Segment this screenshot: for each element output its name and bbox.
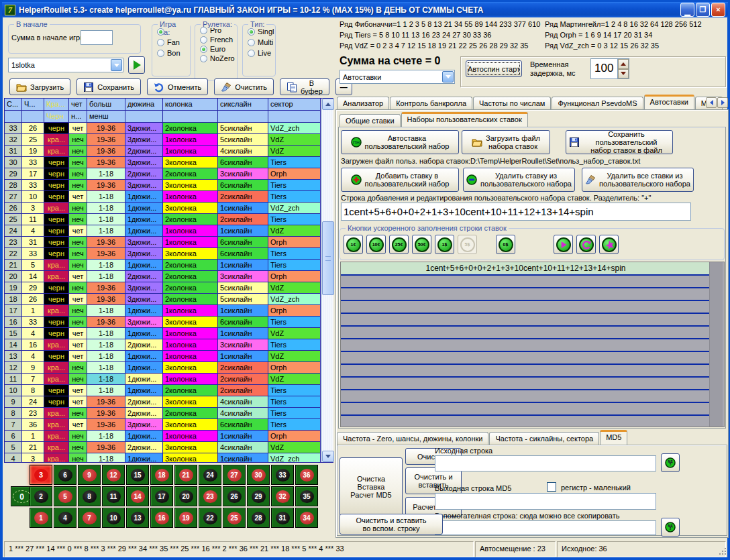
start-sum-input[interactable] — [81, 30, 113, 45]
table-row[interactable]: 215кра...неч1-181дюжи...2колонка1сиклайн… — [5, 260, 333, 271]
table-row[interactable]: 134чернчет1-181дюжи...1колонка1сиклайнVd… — [5, 351, 333, 362]
board-cell-23[interactable]: 23 — [199, 486, 221, 506]
table-row[interactable]: 2511черннеч1-181дюжи...2колонка2сиклайнT… — [5, 214, 333, 225]
chip-button-1$[interactable]: 1$ — [435, 235, 454, 254]
radio-option-Fan[interactable]: Fan — [157, 38, 190, 46]
table-row[interactable]: 43кра...неч1-181дюжи...3колонка1сиклайнV… — [5, 453, 333, 463]
bet-set-empty-row[interactable] — [341, 390, 711, 403]
spinner-up-button[interactable] — [618, 59, 629, 69]
radio-option-French[interactable]: French — [200, 36, 237, 44]
freq-tab-Частота - сиклайны, сектора[interactable]: Частота - сиклайны, сектора — [489, 432, 599, 445]
chip-button-1¢[interactable]: 1¢ — [344, 235, 363, 254]
table-row[interactable]: 263кра...неч1-181дюжи...3колонка1сиклайн… — [5, 203, 333, 214]
radio-option-Live[interactable]: Live — [248, 49, 275, 57]
bet-set-empty-row[interactable] — [341, 276, 711, 288]
board-cell-18[interactable]: 18 — [150, 465, 173, 485]
table-row[interactable]: 117кра...неч1-181дюжи...1колонка2сиклайн… — [5, 374, 333, 385]
table-row[interactable]: 3326чернчет19-363дюжи...2колонка5сиклайн… — [5, 123, 333, 134]
autobets-combobox[interactable]: Автоставки — [340, 70, 455, 84]
spinner-down-button[interactable] — [618, 69, 629, 79]
bet-set-empty-row[interactable] — [341, 378, 711, 390]
maximize-button[interactable]: ❒ — [696, 3, 710, 17]
radio-option-NoZero[interactable]: NoZero — [200, 54, 237, 62]
freq-tab-MD5[interactable]: MD5 — [600, 430, 627, 445]
table-row[interactable]: 171кра...неч1-181дюжи...1колонка1сиклайн… — [5, 305, 333, 317]
chip-button-25¢[interactable]: 25¢ — [389, 235, 409, 254]
board-cell-14[interactable]: 14 — [126, 486, 149, 506]
button-Загрузить файл[interactable]: Загрузить файл набора ставок — [462, 130, 550, 154]
md5-run-button-1[interactable]: МД5 — [661, 453, 680, 472]
board-cell-36[interactable]: 36 — [295, 465, 318, 485]
md5-run-button-2[interactable]: МД5 — [661, 518, 680, 537]
board-cell-25[interactable]: 25 — [223, 508, 246, 528]
radio-option-Euro[interactable]: Euro — [200, 45, 237, 53]
bet-set-empty-row[interactable] — [341, 403, 711, 416]
tab-Автоставки[interactable]: Автоставки — [644, 95, 694, 109]
board-cell-26[interactable]: 26 — [223, 486, 246, 506]
board-cell-5[interactable]: 5 — [54, 486, 76, 506]
table-row[interactable]: 154чернчет1-181дюжи...1колонка1сиклайнVd… — [5, 328, 333, 339]
table-row[interactable]: 736кра...чет19-363дюжи...3колонка6сиклай… — [5, 419, 333, 431]
board-cell-3[interactable]: 3 — [30, 465, 52, 485]
button-Автоставка[interactable]: ПНАвтоставка пользовательский набор — [341, 130, 459, 154]
board-cell-32[interactable]: 32 — [271, 486, 294, 506]
board-cell-31[interactable]: 31 — [271, 508, 294, 528]
play-chip-button[interactable] — [554, 235, 573, 254]
bet-set-empty-row[interactable] — [341, 365, 711, 378]
table-row[interactable]: 129кра...неч1-181дюжи...3колонка2сиклайн… — [5, 362, 333, 374]
board-cell-4[interactable]: 4 — [54, 508, 76, 528]
board-cell-16[interactable]: 16 — [150, 508, 173, 528]
table-row[interactable]: 2233черннеч19-363дюжи...3колонка6сиклайн… — [5, 248, 333, 260]
tab-Контроль банкролла[interactable]: Контроль банкролла — [390, 97, 472, 109]
board-cell-12[interactable]: 12 — [102, 465, 125, 485]
table-row[interactable]: 244чернчет1-181дюжи...1колонка1сиклайнVd… — [5, 225, 333, 237]
md5-output-input[interactable] — [435, 493, 656, 510]
md5-clear-paste-helper-button[interactable]: Очистить и вставить во вспом. строку — [340, 514, 443, 535]
board-cell-24[interactable]: 24 — [199, 465, 221, 485]
radio-option-Bon[interactable]: Bon — [157, 49, 190, 57]
bet-set-selected-row[interactable]: 1cent+5+6+0+0+2+1+3+10cent+10+11+12+13+1… — [341, 262, 711, 276]
table-row[interactable]: 924чернчет19-362дюжи...3колонка4сиклайнT… — [5, 396, 333, 408]
bet-set-empty-row[interactable] — [341, 327, 711, 339]
table-row[interactable]: 1633черннеч19-363дюжи...3колонка6сиклайн… — [5, 317, 333, 328]
table-row[interactable]: 3119кра...неч19-362дюжи...1колонка4сикла… — [5, 146, 333, 157]
board-cell-15[interactable]: 15 — [126, 465, 149, 485]
table-row[interactable]: 2917черннеч1-182дюжи...2колонка3сиклайнO… — [5, 168, 333, 180]
freq-tab-Частота - Zero, шансы, дюжины, колонки[interactable]: Частота - Zero, шансы, дюжины, колонки — [337, 432, 488, 445]
table-row[interactable]: 2833черннеч19-363дюжи...3колонка6сиклайн… — [5, 180, 333, 191]
bet-set-list[interactable]: 1cent+5+6+0+0+2+1+3+10cent+10+11+12+13+1… — [340, 262, 725, 427]
table-row[interactable]: 1416кра...чет1-182дюжи...1колонка3сиклай… — [5, 339, 333, 351]
md5-helper-input[interactable] — [435, 520, 656, 535]
tab-Частоты по числам[interactable]: Частоты по числам — [473, 97, 551, 109]
md5-source-input[interactable] — [435, 455, 656, 471]
board-cell-10[interactable]: 10 — [102, 508, 125, 528]
chevron-down-icon[interactable] — [442, 71, 454, 82]
toolbar-button-Сохранить[interactable]: Сохранить — [76, 78, 141, 95]
table-row[interactable]: 1929черннеч19-363дюжи...2колонка5сиклайн… — [5, 282, 333, 294]
board-cell-1[interactable]: 1 — [30, 508, 52, 528]
table-row[interactable]: 3033черннеч19-363дюжи...3колонка6сиклайн… — [5, 157, 333, 168]
chip-button-50¢[interactable]: 50¢ — [412, 235, 431, 254]
tab-scroll-right-button[interactable] — [717, 97, 728, 108]
board-cell-21[interactable]: 21 — [174, 465, 197, 485]
chip-button-0$[interactable]: 0$ — [496, 235, 515, 254]
bet-set-empty-row[interactable] — [341, 288, 711, 301]
star-chip-button[interactable] — [599, 235, 619, 254]
bet-set-empty-row[interactable] — [341, 301, 711, 314]
board-cell-11[interactable]: 11 — [102, 486, 125, 506]
board-cell-30[interactable]: 30 — [247, 465, 270, 485]
button-Удалить все ставки из[interactable]: Удалить все ставки из пользовательского … — [582, 168, 694, 192]
board-cell-6[interactable]: 6 — [54, 465, 76, 485]
board-cell-34[interactable]: 34 — [295, 508, 318, 528]
table-row[interactable]: 1826чернчет19-363дюжи...2колонка5сиклайн… — [5, 294, 333, 305]
board-cell-20[interactable]: 20 — [174, 486, 197, 506]
bet-string-input[interactable] — [341, 203, 691, 221]
button-Сохранить пользовательский[interactable]: Сохранить пользовательский набор ставок … — [566, 130, 673, 154]
toolbar-button-Отменить[interactable]: Отменить — [147, 78, 208, 95]
board-cell-35[interactable]: 35 — [295, 486, 318, 506]
table-row[interactable]: 108чернчет1-181дюжи...2колонка2сиклайнTi… — [5, 385, 333, 396]
toolbar-button-Очистить[interactable]: Очистить — [214, 78, 274, 95]
board-cell-22[interactable]: 22 — [199, 508, 221, 528]
chip-button-10¢[interactable]: 10¢ — [366, 235, 386, 254]
subtab-Наборы пользовательских ставок[interactable]: Наборы пользовательских ставок — [401, 112, 528, 127]
